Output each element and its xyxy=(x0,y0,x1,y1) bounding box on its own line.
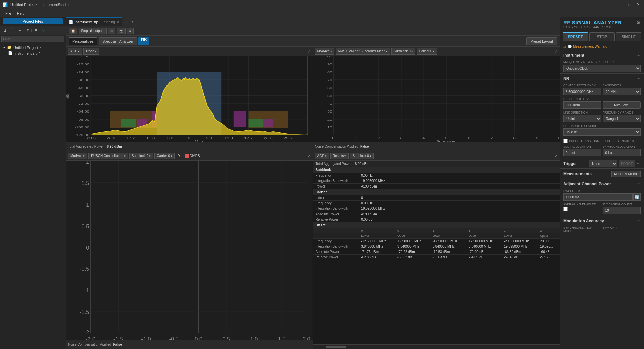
sync-mode-label: SYNCHRONIZATION MODE xyxy=(563,226,601,233)
svg-text:17.7: 17.7 xyxy=(244,136,253,139)
tab-instrument[interactable]: 📄 Instrument.sfp * · running ✕ xyxy=(66,17,122,26)
offset-section-header: Offset xyxy=(313,222,560,228)
evm-unit-label: EVM UNIT xyxy=(603,226,641,229)
subcarrier-spacing-select[interactable]: 15 kHz 30 kHz xyxy=(563,128,641,136)
expand-icon-br[interactable]: ⤢ xyxy=(554,154,558,158)
sidebar-btn-3[interactable]: ≡ xyxy=(16,27,23,34)
mod-accuracy-label: Modulation Accuracy xyxy=(563,219,604,223)
horizontal-scrollbar[interactable] xyxy=(313,344,560,349)
symbol-alloc-input[interactable] xyxy=(603,149,641,156)
force-button[interactable]: FORCE xyxy=(619,160,635,167)
sidebar-delete-button[interactable]: ✕ xyxy=(33,27,40,34)
svg-text:70: 70 xyxy=(327,78,332,81)
svg-text:-11.8: -11.8 xyxy=(145,136,155,139)
symbol-alloc-field: SYMBOL ALLOCATION xyxy=(603,145,641,156)
tree-item-project[interactable]: ▼ 📁 Untitled Project * xyxy=(1,45,64,50)
sidebar-btn-1[interactable]: 🗋 xyxy=(1,27,8,34)
personalities-button[interactable]: Personalities xyxy=(69,37,97,45)
toolbar-screenshot-button[interactable]: 📷 xyxy=(117,28,126,34)
svg-text:-1.5: -1.5 xyxy=(80,309,89,315)
acp-dropdown-br[interactable]: ACP xyxy=(315,153,329,159)
averaging-enabled-checkbox[interactable] xyxy=(563,207,568,211)
carrier-dropdown-tr[interactable]: Carrier 0 xyxy=(417,48,437,55)
pusch-dropdown[interactable]: PUSCH Constellation xyxy=(88,153,128,159)
freq-range-select[interactable]: Range 1 Range 2 xyxy=(603,115,641,122)
subblock-dropdown-tr[interactable]: Subblock 0 xyxy=(391,48,415,55)
sweep-time-row: SWEEP TIME 🔄 xyxy=(560,189,644,202)
stop-button[interactable]: STOP xyxy=(589,32,615,41)
preset-button[interactable]: PRESET xyxy=(563,32,588,41)
link-direction-select[interactable]: Uplink Downlink xyxy=(563,115,601,122)
nr-more-button[interactable]: ··· xyxy=(636,76,641,82)
modacc-dropdown-bl[interactable]: ModAcc xyxy=(68,153,87,159)
pusch-precoding-checkbox[interactable] xyxy=(563,139,568,143)
chart-constellation-area: 2 1.5 1 0.5 0 -0.5 -1 -1.5 -2 -2.0 -1.5 xyxy=(66,161,313,340)
acp-dropdown[interactable]: ACP xyxy=(68,48,82,55)
freq-ref-select[interactable]: OnboardClock External xyxy=(563,65,641,72)
sync-mode-field: SYNCHRONIZATION MODE xyxy=(563,226,601,233)
result-row-carrier-freq: Frequency 0.00 Hz xyxy=(313,201,560,206)
scrollbar-thumb[interactable] xyxy=(326,346,346,348)
svg-text:8: 8 xyxy=(513,136,515,139)
menu-file[interactable]: File xyxy=(3,10,14,16)
home-button[interactable]: 🏠 xyxy=(69,28,77,34)
subblock-dropdown-br[interactable]: Subblock 0 xyxy=(350,153,373,159)
sidebar-add-button[interactable]: +▾ xyxy=(24,27,30,34)
instrument-more-button[interactable]: ··· xyxy=(636,52,641,58)
tab-close-button[interactable]: ✕ xyxy=(117,20,119,24)
carrier-dropdown-bl[interactable]: Carrier 0 xyxy=(154,153,175,159)
center-freq-input[interactable] xyxy=(563,88,601,95)
tab-add-button[interactable]: + xyxy=(122,19,130,24)
personalities-toolbar: Personalities Spectrum Analyzer NR Prese… xyxy=(66,36,560,47)
gear-icon[interactable]: ⚙ xyxy=(636,20,641,25)
nr-badge[interactable]: NR xyxy=(138,37,149,45)
spectrum-chart-svg: 0.00 -12.00 -24.00 -36.00 -48.00 -60.00 … xyxy=(66,56,313,142)
minimize-button[interactable]: ─ xyxy=(618,1,625,8)
toolbar-menu-button[interactable]: ≡ xyxy=(127,28,134,34)
svg-text:-17.7: -17.7 xyxy=(125,136,135,139)
svg-text:-84.00: -84.00 xyxy=(77,110,89,113)
maximize-button[interactable]: □ xyxy=(626,1,633,8)
expand-icon-tl[interactable]: ⤢ xyxy=(307,49,311,54)
svg-text:2.0: 2.0 xyxy=(303,336,310,340)
averaging-count-input[interactable] xyxy=(603,207,641,214)
sidebar-btn-2[interactable]: ☰ xyxy=(9,27,16,34)
expand-icon-bl[interactable]: ⤢ xyxy=(307,154,311,158)
trigger-more-button[interactable]: ··· xyxy=(637,161,641,166)
instrument-toolbar: 🏠 Stop all outputs ⊞ 📷 ≡ xyxy=(66,26,560,36)
svg-text:30: 30 xyxy=(327,110,332,113)
trigger-select[interactable]: None Digital Edge xyxy=(589,160,617,167)
ref-level-input[interactable] xyxy=(563,101,601,109)
mod-accuracy-more-button[interactable]: ··· xyxy=(636,218,641,224)
instrument-section: Instrument ··· FREQUENCY REFERENCE SOURC… xyxy=(560,50,644,73)
adj-channel-more-button[interactable]: ··· xyxy=(636,181,641,187)
sweep-time-input[interactable] xyxy=(563,193,633,201)
results-dropdown[interactable]: Results xyxy=(330,153,349,159)
rp-header: ⚙ RF SIGNAL ANALYZER PXI1Slot8 · PXIe-56… xyxy=(560,17,644,30)
tab-dropdown[interactable]: ▾ xyxy=(130,19,135,24)
expand-icon-tr[interactable]: ⤢ xyxy=(554,49,558,54)
menu-help[interactable]: Help xyxy=(14,10,27,16)
spectrum-analyzer-button[interactable]: Spectrum Analyzer xyxy=(99,37,137,45)
carrier-section-header: Carrier xyxy=(313,189,560,195)
single-button[interactable]: SINGLE xyxy=(616,32,641,41)
rms-evm-dropdown[interactable]: RMS EVM per Subcarrier Mean xyxy=(336,48,390,55)
sidebar-filter-button[interactable]: ▽ xyxy=(40,27,47,34)
trace-dropdown[interactable]: Trace xyxy=(83,48,99,55)
bandwidth-select[interactable]: 20 MHz 100 MHz xyxy=(603,88,641,95)
svg-text:-60.00: -60.00 xyxy=(77,94,89,97)
subblock-dropdown-bl[interactable]: Subblock 0 xyxy=(129,153,153,159)
modacc-dropdown-tr[interactable]: ModAcc xyxy=(315,48,334,55)
project-files-button[interactable]: Project Files xyxy=(3,18,63,24)
toolbar-grid-button[interactable]: ⊞ xyxy=(108,28,115,34)
add-remove-button[interactable]: ADD / REMOVE xyxy=(611,171,641,177)
filter-input[interactable] xyxy=(1,36,64,42)
sweep-time-auto-button[interactable]: 🔄 xyxy=(633,193,641,201)
slot-alloc-input[interactable] xyxy=(563,149,601,156)
close-button[interactable]: ✕ xyxy=(635,1,641,8)
tree-item-instrument[interactable]: 📄 Instrument.sfp * xyxy=(1,50,64,56)
stop-all-button[interactable]: Stop all outputs xyxy=(79,28,107,34)
preset-layout-button[interactable]: Preset Layout xyxy=(526,37,557,45)
auto-level-button[interactable]: Auto Level xyxy=(603,101,641,109)
titlebar: 📊 Untitled Project* - InstrumentStudio ─… xyxy=(0,0,644,9)
